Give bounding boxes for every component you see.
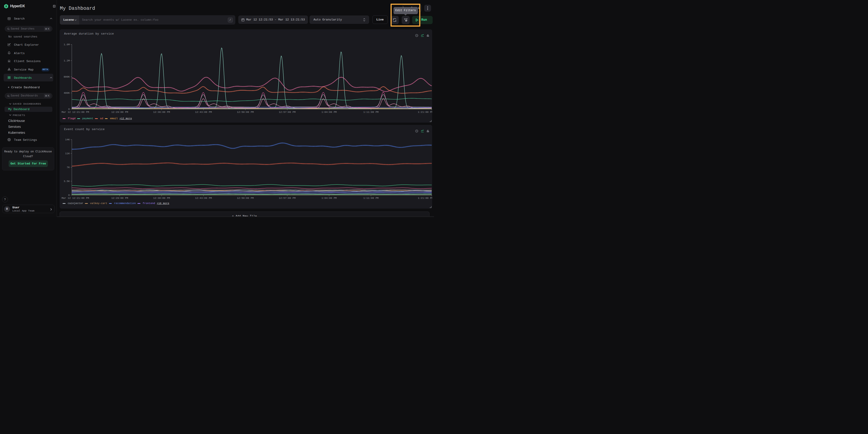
- svg-text:1:11:00 PM: 1:11:00 PM: [363, 111, 378, 113]
- svg-text:12:43:00 PM: 12:43:00 PM: [195, 197, 212, 199]
- svg-text:1:04:00 PM: 1:04:00 PM: [321, 111, 337, 113]
- svg-text:14K: 14K: [65, 138, 70, 141]
- svg-text:12:43:00 PM: 12:43:00 PM: [195, 111, 212, 113]
- svg-text:12:36:00 PM: 12:36:00 PM: [153, 111, 170, 113]
- svg-text:12:57:00 PM: 12:57:00 PM: [279, 197, 296, 199]
- svg-text:1.2M: 1.2M: [63, 59, 70, 62]
- svg-text:12:29:00 PM: 12:29:00 PM: [111, 197, 128, 199]
- svg-text:0: 0: [68, 194, 70, 197]
- svg-text:1.6M: 1.6M: [63, 43, 70, 46]
- svg-text:0: 0: [68, 108, 70, 110]
- svg-text:400K: 400K: [63, 92, 70, 94]
- svg-text:12:36:00 PM: 12:36:00 PM: [153, 197, 170, 199]
- svg-text:Mar 12 12:21:00 PM: Mar 12 12:21:00 PM: [61, 197, 89, 199]
- svg-text:12:57:00 PM: 12:57:00 PM: [279, 111, 296, 113]
- svg-text:1:11:00 PM: 1:11:00 PM: [363, 197, 378, 199]
- svg-text:800K: 800K: [63, 75, 70, 78]
- svg-text:1:21:00 PM: 1:21:00 PM: [417, 197, 432, 199]
- svg-text:3.5K: 3.5K: [63, 180, 70, 182]
- svg-text:1:04:00 PM: 1:04:00 PM: [321, 197, 337, 199]
- svg-text:12:50:00 PM: 12:50:00 PM: [237, 197, 254, 199]
- svg-text:7K: 7K: [67, 166, 70, 169]
- svg-text:12:50:00 PM: 12:50:00 PM: [237, 111, 254, 113]
- svg-text:1:21:00 PM: 1:21:00 PM: [417, 111, 432, 113]
- svg-text:12:29:00 PM: 12:29:00 PM: [111, 111, 128, 113]
- svg-text:11K: 11K: [65, 152, 70, 155]
- svg-text:Mar 12 12:21:00 PM: Mar 12 12:21:00 PM: [61, 111, 89, 113]
